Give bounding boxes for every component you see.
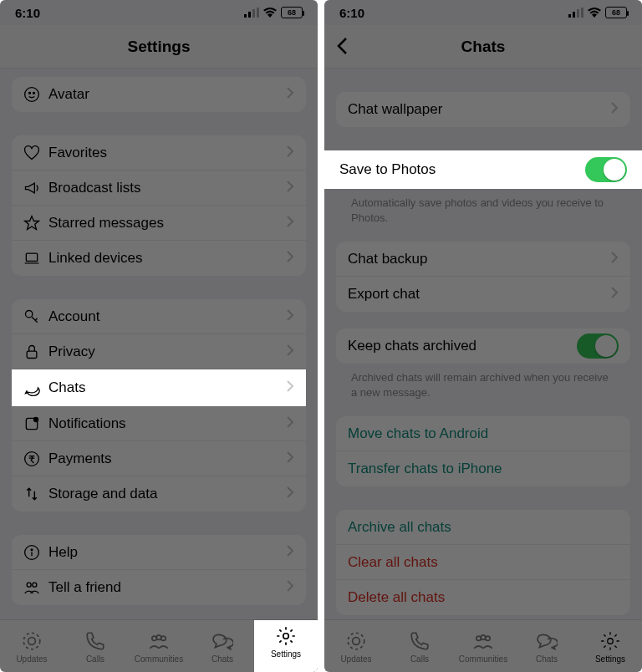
tab-settings[interactable]: Settings — [578, 630, 642, 664]
status-time: 6:10 — [339, 6, 364, 20]
cellular-icon — [244, 8, 259, 18]
row-save-to-photos[interactable]: Save to Photos — [324, 150, 642, 189]
svg-point-27 — [353, 638, 360, 645]
data-arrows-icon — [23, 486, 48, 502]
chevron-right-icon — [287, 544, 294, 561]
svg-point-5 — [29, 92, 31, 94]
updates-icon — [21, 630, 43, 652]
group-wallpaper: Chat wallpaper — [336, 92, 630, 127]
row-storage[interactable]: Storage and data — [12, 476, 306, 512]
group-transfer: Move chats to Android Transfer chats to … — [336, 416, 630, 486]
laptop-icon — [23, 250, 48, 267]
row-payments[interactable]: Payments — [12, 441, 306, 476]
settings-content: Avatar Favorites Broadcast lists — [0, 69, 318, 655]
save-photos-caption: Automatically save photos and videos you… — [336, 189, 630, 225]
row-notifications[interactable]: Notifications — [12, 406, 306, 441]
chevron-right-icon — [287, 344, 294, 360]
group-account: Account Privacy Chats — [12, 299, 306, 512]
keep-archived-toggle[interactable] — [577, 333, 619, 359]
chat-bubble-icon — [23, 379, 48, 396]
status-time: 6:10 — [15, 6, 40, 20]
row-privacy[interactable]: Privacy — [12, 334, 306, 369]
chats-content: Chat wallpaper Save to Photos Automatica… — [324, 69, 642, 665]
settings-screen: 6:10 68 Settings Avatar — [0, 0, 318, 672]
svg-rect-24 — [573, 12, 575, 18]
rupee-icon — [23, 451, 48, 467]
row-transfer-iphone[interactable]: Transfer chats to iPhone — [336, 451, 630, 486]
row-help[interactable]: Help — [12, 535, 306, 570]
heart-icon — [23, 145, 48, 161]
svg-rect-2 — [252, 9, 255, 18]
row-chats[interactable]: Chats — [12, 369, 306, 406]
row-move-android[interactable]: Move chats to Android — [336, 416, 630, 451]
page-title: Chats — [461, 38, 506, 56]
tab-calls[interactable]: Calls — [388, 630, 451, 664]
row-clear-all[interactable]: Clear all chats — [336, 545, 630, 580]
tab-chats[interactable]: Chats — [191, 630, 254, 664]
group-danger: Archive all chats Clear all chats Delete… — [336, 510, 630, 615]
row-export-chat[interactable]: Export chat — [336, 277, 630, 312]
chevron-right-icon — [287, 308, 294, 325]
row-keep-archived[interactable]: Keep chats archived — [336, 328, 630, 364]
svg-point-8 — [26, 310, 33, 317]
header-chats: Chats — [324, 25, 642, 69]
row-linked[interactable]: Linked devices — [12, 241, 306, 276]
communities-icon — [472, 630, 494, 652]
tab-updates[interactable]: Updates — [0, 630, 64, 664]
row-starred[interactable]: Starred messages — [12, 206, 306, 241]
svg-point-14 — [31, 548, 33, 550]
svg-point-21 — [156, 635, 160, 639]
row-chat-backup[interactable]: Chat backup — [336, 242, 630, 277]
row-account[interactable]: Account — [12, 299, 306, 334]
bell-icon — [23, 415, 48, 432]
svg-point-31 — [481, 635, 485, 639]
info-icon — [23, 544, 48, 561]
tab-communities[interactable]: Communities — [451, 630, 515, 664]
tab-updates[interactable]: Updates — [324, 630, 388, 664]
row-delete-all[interactable]: Delete all chats — [336, 580, 630, 615]
star-icon — [23, 215, 48, 232]
row-favorites[interactable]: Favorites — [12, 135, 306, 171]
chevron-right-icon — [287, 451, 294, 467]
chats-icon — [211, 630, 233, 652]
chevron-right-icon — [287, 180, 294, 196]
tab-chats[interactable]: Chats — [515, 630, 578, 664]
tab-communities[interactable]: Communities — [127, 630, 191, 664]
svg-rect-23 — [568, 14, 571, 18]
key-icon — [23, 308, 48, 325]
chevron-right-icon — [287, 486, 294, 502]
chevron-right-icon — [611, 286, 619, 303]
tab-bar: Updates Calls Communities Chats Settings — [324, 619, 642, 672]
svg-point-22 — [283, 633, 289, 639]
svg-point-20 — [161, 636, 166, 640]
svg-point-4 — [25, 88, 39, 102]
communities-icon — [148, 630, 170, 652]
svg-rect-7 — [26, 253, 37, 261]
save-photos-toggle[interactable] — [585, 157, 627, 182]
chevron-right-icon — [611, 251, 619, 267]
row-avatar[interactable]: Avatar — [12, 77, 306, 112]
svg-point-29 — [476, 636, 481, 640]
phone-icon — [84, 630, 106, 652]
row-tell-friend[interactable]: Tell a friend — [12, 570, 306, 605]
chevron-right-icon — [287, 415, 294, 432]
battery-icon: 68 — [605, 7, 627, 18]
row-broadcast[interactable]: Broadcast lists — [12, 171, 306, 206]
tab-settings[interactable]: Settings — [254, 620, 318, 673]
svg-rect-9 — [27, 351, 37, 358]
chevron-right-icon — [287, 86, 294, 103]
chevron-right-icon — [287, 250, 294, 267]
back-button[interactable] — [336, 37, 348, 59]
svg-rect-3 — [257, 8, 259, 18]
svg-rect-25 — [577, 9, 579, 18]
status-bar: 6:10 68 — [324, 0, 642, 25]
svg-point-6 — [33, 92, 35, 94]
row-wallpaper[interactable]: Chat wallpaper — [336, 92, 630, 127]
megaphone-icon — [23, 180, 48, 196]
tab-calls[interactable]: Calls — [64, 630, 127, 664]
chevron-right-icon — [287, 145, 294, 161]
svg-rect-1 — [248, 12, 251, 18]
row-archive-all[interactable]: Archive all chats — [336, 510, 630, 545]
gear-icon — [599, 630, 621, 652]
chats-settings-screen: 6:10 68 Chats Chat wallpaper Save to Pho… — [324, 0, 642, 672]
